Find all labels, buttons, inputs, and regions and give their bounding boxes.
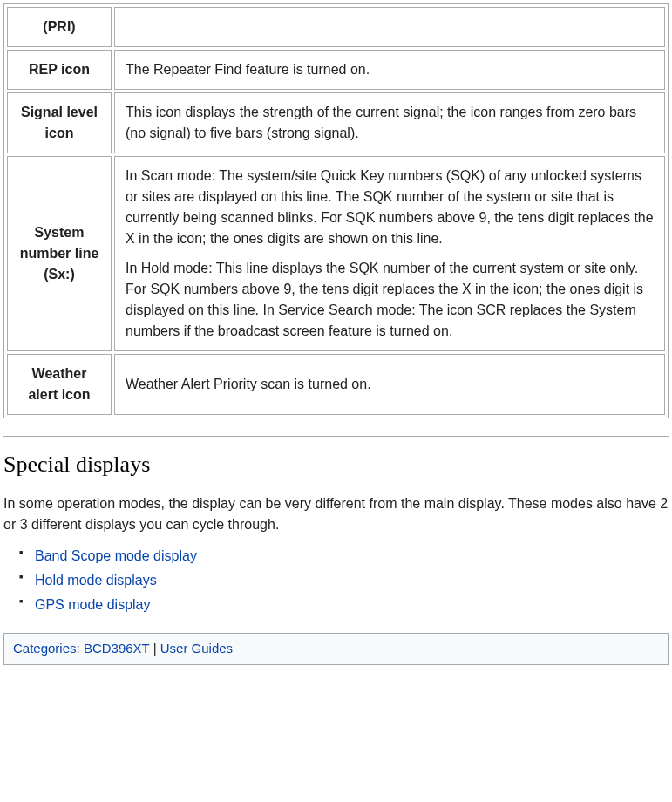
table-row: REP icon The Repeater Find feature is tu… [7,50,665,90]
category-bcd396xt[interactable]: BCD396XT [84,641,150,656]
row-cell: In Scan mode: The system/site Quick Key … [114,156,665,351]
link-hold-mode[interactable]: Hold mode displays [35,573,157,588]
row-cell: The Repeater Find feature is turned on. [114,50,665,90]
table-row: Weather alert icon Weather Alert Priorit… [7,354,665,415]
list-item: Band Scope mode display [35,546,669,567]
paragraph: In Scan mode: The system/site Quick Key … [126,166,654,249]
table-row: Signal level icon This icon displays the… [7,92,665,153]
section-heading: Special displays [3,447,669,481]
list-item: GPS mode display [35,595,669,615]
categories-link[interactable]: Categories [13,641,77,656]
table-row: (PRI) [7,7,665,47]
category-user-guides[interactable]: User Guides [160,641,233,656]
list-item: Hold mode displays [35,570,669,591]
section-intro: In some operation modes, the display can… [3,493,669,535]
row-cell: Weather Alert Priority scan is turned on… [114,354,665,415]
row-header: (PRI) [7,7,112,47]
table-row: System number line (Sx:) In Scan mode: T… [7,156,665,351]
separator: | [149,641,160,656]
row-cell [114,7,665,47]
link-gps-mode[interactable]: GPS mode display [35,597,151,612]
row-header: Weather alert icon [7,354,112,415]
link-list: Band Scope mode display Hold mode displa… [3,546,669,615]
row-cell: This icon displays the strength of the c… [114,92,665,153]
link-band-scope[interactable]: Band Scope mode display [35,548,197,563]
paragraph: In Hold mode: This line displays the SQK… [126,258,654,342]
icon-table: (PRI) REP icon The Repeater Find feature… [3,3,669,418]
section-divider [3,436,669,437]
row-header: REP icon [7,50,112,90]
category-links: Categories: BCD396XT | User Guides [3,633,669,665]
separator: : [77,641,84,656]
row-header: System number line (Sx:) [7,156,112,351]
row-header: Signal level icon [7,92,112,153]
